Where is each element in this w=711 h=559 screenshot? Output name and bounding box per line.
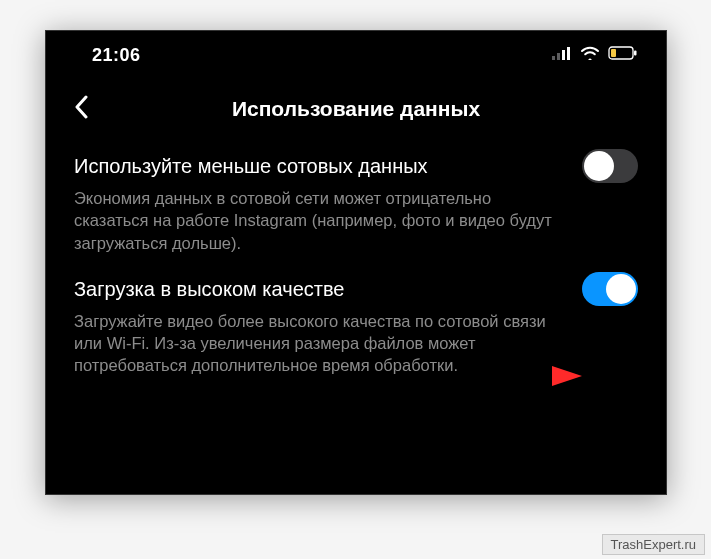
toggle-knob xyxy=(606,274,636,304)
battery-icon xyxy=(608,46,638,64)
back-button[interactable] xyxy=(66,89,96,129)
cellular-icon xyxy=(552,46,572,64)
svg-rect-1 xyxy=(557,53,560,60)
chevron-left-icon xyxy=(74,95,88,123)
setting-use-less-cellular: Используйте меньше сотовых данных Эконом… xyxy=(74,149,638,254)
setting-description: Экономия данных в сотовой сети может отр… xyxy=(74,187,564,254)
watermark: TrashExpert.ru xyxy=(602,534,706,555)
settings-list: Используйте меньше сотовых данных Эконом… xyxy=(46,139,666,377)
status-bar: 21:06 xyxy=(46,31,666,79)
svg-rect-0 xyxy=(552,56,555,60)
page-title: Использование данных xyxy=(232,97,480,121)
toggle-use-less-cellular[interactable] xyxy=(582,149,638,183)
setting-title: Используйте меньше сотовых данных xyxy=(74,153,428,179)
phone-screen: 21:06 xyxy=(45,30,667,495)
setting-title: Загрузка в высоком качестве xyxy=(74,276,344,302)
status-time: 21:06 xyxy=(92,45,141,66)
toggle-knob xyxy=(584,151,614,181)
svg-rect-5 xyxy=(634,51,637,56)
svg-rect-6 xyxy=(611,49,616,57)
svg-rect-2 xyxy=(562,50,565,60)
status-icons xyxy=(552,46,638,64)
setting-high-quality-upload: Загрузка в высоком качестве Загружайте в… xyxy=(74,272,638,377)
toggle-high-quality-upload[interactable] xyxy=(582,272,638,306)
svg-rect-3 xyxy=(567,47,570,60)
nav-header: Использование данных xyxy=(46,79,666,139)
wifi-icon xyxy=(580,46,600,64)
setting-description: Загружайте видео более высокого качества… xyxy=(74,310,564,377)
